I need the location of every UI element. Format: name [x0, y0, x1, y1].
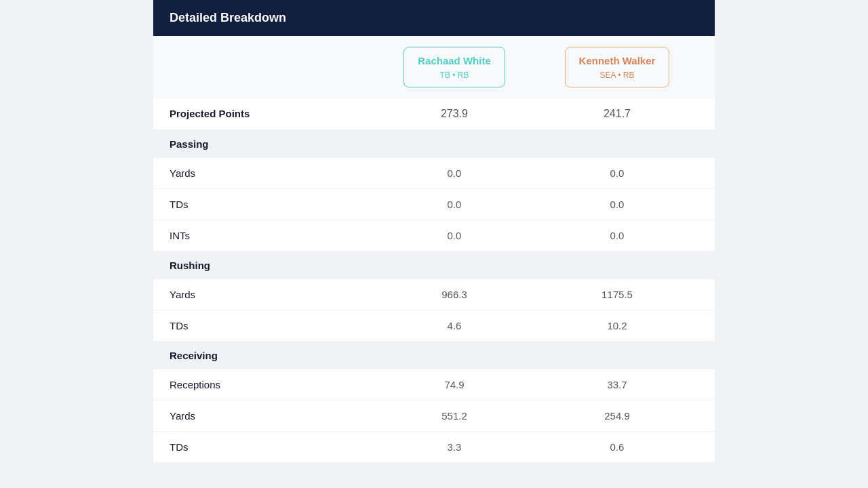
passing-yards-p1: 0.0 — [373, 167, 536, 179]
passing-yards-p2: 0.0 — [536, 167, 698, 179]
receptions-row: Receptions 74.9 33.7 — [153, 369, 715, 401]
player2-meta: SEA • RB — [600, 70, 635, 80]
passing-tds-row: TDs 0.0 0.0 — [153, 189, 715, 220]
passing-yards-label: Yards — [170, 167, 373, 179]
player2-name: Kenneth Walker — [579, 54, 656, 68]
passing-yards-row: Yards 0.0 0.0 — [153, 158, 715, 189]
rushing-section-row: Rushing — [153, 251, 715, 279]
player1-card: Rachaad White TB • RB — [403, 47, 505, 87]
receiving-yards-row: Yards 551.2 254.9 — [153, 401, 715, 432]
rushing-yards-p1: 966.3 — [373, 289, 536, 300]
passing-tds-p1: 0.0 — [373, 199, 536, 210]
receptions-p2: 33.7 — [536, 379, 698, 390]
receiving-yards-p2: 254.9 — [536, 410, 698, 422]
rushing-tds-row: TDs 4.6 10.2 — [153, 310, 715, 342]
player2-card-wrapper: Kenneth Walker SEA • RB — [536, 47, 698, 87]
player1-meta: TB • RB — [440, 70, 469, 80]
player2-card: Kenneth Walker SEA • RB — [565, 47, 670, 87]
receiving-tds-p1: 3.3 — [373, 441, 536, 453]
player-header-row: Rachaad White TB • RB Kenneth Walker SEA… — [153, 36, 715, 98]
rushing-yards-p2: 1175.5 — [536, 289, 698, 300]
passing-tds-label: TDs — [170, 199, 373, 210]
player1-card-wrapper: Rachaad White TB • RB — [373, 47, 536, 87]
rushing-tds-label: TDs — [170, 320, 373, 331]
table-wrapper: Rachaad White TB • RB Kenneth Walker SEA… — [153, 36, 715, 462]
passing-ints-p1: 0.0 — [373, 230, 536, 241]
passing-ints-p2: 0.0 — [536, 230, 698, 241]
receptions-label: Receptions — [170, 379, 373, 390]
passing-section-label: Passing — [170, 138, 373, 150]
receiving-tds-p2: 0.6 — [536, 441, 698, 453]
receiving-yards-p1: 551.2 — [373, 410, 536, 422]
rushing-tds-p1: 4.6 — [373, 320, 536, 331]
passing-ints-label: INTs — [170, 230, 373, 241]
receiving-section-label: Receiving — [170, 350, 373, 361]
projected-points-label: Projected Points — [170, 108, 373, 119]
receiving-tds-row: TDs 3.3 0.6 — [153, 432, 715, 462]
player1-name: Rachaad White — [418, 54, 491, 68]
receiving-section-row: Receiving — [153, 342, 715, 369]
passing-ints-row: INTs 0.0 0.0 — [153, 220, 715, 251]
projected-points-p1: 273.9 — [373, 108, 536, 120]
receptions-p1: 74.9 — [373, 379, 536, 390]
passing-tds-p2: 0.0 — [536, 199, 698, 210]
rushing-yards-row: Yards 966.3 1175.5 — [153, 279, 715, 310]
receiving-yards-label: Yards — [170, 410, 373, 422]
header-title: Detailed Breakdown — [170, 11, 286, 24]
receiving-tds-label: TDs — [170, 441, 373, 453]
main-container: Detailed Breakdown Rachaad White TB • RB… — [153, 0, 715, 462]
passing-section-row: Passing — [153, 130, 715, 158]
rushing-tds-p2: 10.2 — [536, 320, 698, 331]
projected-points-p2: 241.7 — [536, 108, 698, 120]
projected-points-row: Projected Points 273.9 241.7 — [153, 98, 715, 130]
rushing-section-label: Rushing — [170, 260, 373, 271]
header: Detailed Breakdown — [153, 0, 715, 36]
rushing-yards-label: Yards — [170, 289, 373, 300]
